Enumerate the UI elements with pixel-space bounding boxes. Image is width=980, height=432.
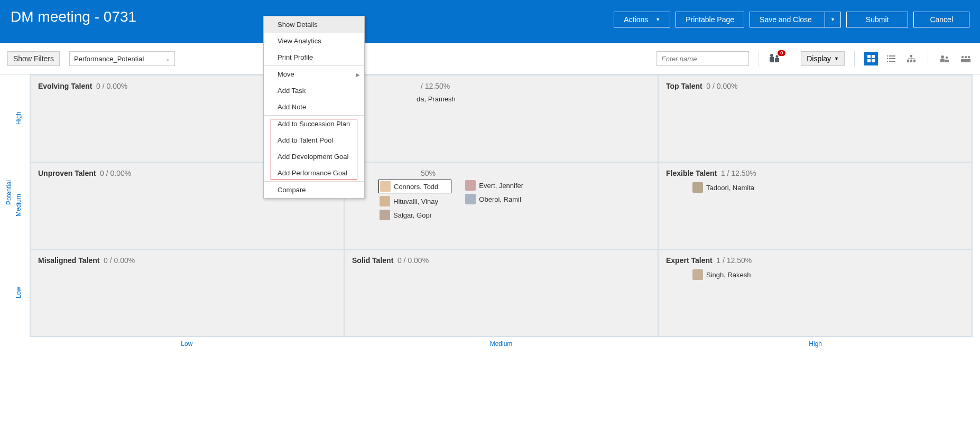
- svg-point-3: [776, 55, 779, 58]
- avatar: [692, 269, 703, 280]
- chevron-down-icon: ⌄: [165, 55, 170, 62]
- person-name: Connors, Todd: [394, 183, 438, 191]
- header-buttons: Actions ▼ Printable Page Save and Close …: [614, 12, 969, 27]
- grid-view-icon[interactable]: [864, 52, 878, 65]
- svg-rect-6: [867, 59, 871, 62]
- person-name: Oberoi, Ramil: [479, 195, 521, 203]
- person-item[interactable]: da, Pramesh: [415, 95, 650, 104]
- svg-rect-14: [910, 55, 912, 57]
- person-name: Evert, Jennifer: [479, 182, 523, 190]
- person-item[interactable]: Evert, Jennifer: [464, 180, 524, 191]
- person-item[interactable]: Singh, Rakesh: [691, 269, 964, 280]
- actions-button[interactable]: Actions ▼: [614, 12, 670, 27]
- person-item[interactable]: Tadoori, Namita: [691, 182, 964, 193]
- cell-stats: / 12.50%: [421, 82, 450, 90]
- cell-stats: 50%: [421, 169, 436, 177]
- separator: [854, 51, 855, 67]
- population-icon[interactable]: 0: [769, 53, 781, 64]
- cell-title: Flexible Talent: [666, 169, 717, 177]
- person-name: da, Pramesh: [417, 95, 456, 103]
- cell-stats: 0 / 0.00%: [706, 82, 737, 90]
- person-name: Hituvalli, Vinay: [393, 198, 438, 205]
- display-label: Display: [807, 54, 831, 63]
- cell-stats: 0 / 0.00%: [100, 169, 131, 177]
- x-axis: Low Medium High: [0, 337, 980, 348]
- toolbar: Show Filters Performance_Potential ⌄ 0 D…: [0, 43, 980, 74]
- save-and-close-button[interactable]: Save and Close ▼: [750, 12, 841, 27]
- svg-rect-7: [872, 59, 875, 62]
- person-item[interactable]: Hituvalli, Vinay: [378, 195, 451, 207]
- svg-rect-25: [961, 59, 964, 62]
- menu-print-profile[interactable]: Print Profile: [264, 49, 364, 65]
- avatar: [465, 180, 476, 191]
- submit-button[interactable]: Submit: [846, 12, 909, 27]
- cell-top-talent[interactable]: Top Talent 0 / 0.00%: [658, 75, 972, 162]
- menu-add-note[interactable]: Add Note: [264, 99, 364, 115]
- cancel-button[interactable]: Cancel: [913, 12, 969, 27]
- avatar: [380, 181, 391, 192]
- cell-stats: 0 / 0.00%: [104, 256, 135, 265]
- separator: [791, 51, 791, 67]
- person-name: Tadoori, Namita: [706, 184, 754, 192]
- cell-emerging-talent[interactable]: / 12.50% da, Pramesh: [344, 75, 658, 162]
- menu-move[interactable]: Move ▶: [264, 66, 364, 82]
- svg-point-23: [965, 56, 967, 58]
- page-title: DM meeting - 0731: [11, 8, 136, 25]
- svg-point-24: [968, 56, 970, 58]
- cell-core-talent[interactable]: 50% Connors, Todd Hituvalli, Vinay Salga…: [344, 162, 658, 249]
- cell-title: Expert Talent: [666, 256, 713, 265]
- svg-rect-15: [907, 60, 909, 62]
- search-input[interactable]: [657, 51, 749, 66]
- menu-add-perf-goal[interactable]: Add Performance Goal: [264, 165, 364, 181]
- y-axis: Potential High Medium Low: [7, 74, 30, 337]
- three-people-icon[interactable]: [959, 52, 973, 65]
- save-split-dropdown[interactable]: ▼: [825, 12, 840, 27]
- person-item-selected[interactable]: Connors, Todd: [378, 180, 451, 193]
- show-filters-button[interactable]: Show Filters: [7, 51, 60, 66]
- svg-rect-16: [910, 60, 912, 62]
- svg-rect-26: [964, 59, 967, 62]
- menu-add-task[interactable]: Add Task: [264, 82, 364, 99]
- cell-flexible-talent[interactable]: Flexible Talent 1 / 12.50% Tadoori, Nami…: [658, 162, 972, 249]
- person-name: Singh, Rakesh: [706, 271, 751, 279]
- person-item[interactable]: Oberoi, Ramil: [464, 193, 524, 205]
- person-group-icon[interactable]: [938, 52, 951, 65]
- svg-rect-8: [887, 55, 888, 57]
- avatar: [465, 194, 476, 204]
- cell-title: Unproven Talent: [38, 169, 96, 177]
- svg-rect-27: [967, 59, 970, 62]
- cell-stats: 1 / 12.50%: [721, 169, 756, 177]
- svg-point-20: [946, 57, 948, 59]
- menu-view-analytics[interactable]: View Analytics: [264, 33, 364, 49]
- cell-misaligned-talent[interactable]: Misaligned Talent 0 / 0.00%: [30, 249, 344, 336]
- list-view-icon[interactable]: [884, 52, 898, 65]
- nine-box-grid: Potential High Medium Low Evolving Talen…: [0, 74, 980, 337]
- y-label-low: Low: [7, 249, 30, 336]
- cell-solid-talent[interactable]: Solid Talent 0 / 0.00%: [344, 249, 658, 336]
- cell-expert-talent[interactable]: Expert Talent 1 / 12.50% Singh, Rakesh: [658, 249, 972, 336]
- view-mode-icons: [864, 52, 918, 65]
- person-item[interactable]: Salgar, Gopi: [378, 209, 451, 221]
- menu-show-details[interactable]: Show Details: [264, 16, 364, 33]
- matrix-select[interactable]: Performance_Potential ⌄: [69, 51, 175, 66]
- svg-rect-10: [887, 58, 888, 59]
- cell-title: Evolving Talent: [38, 82, 92, 90]
- y-label-high: High: [7, 74, 30, 162]
- menu-add-dev-goal[interactable]: Add Development Goal: [264, 148, 364, 165]
- actions-label: Actions: [624, 15, 648, 24]
- menu-move-label: Move: [278, 70, 294, 78]
- avatar: [380, 196, 390, 206]
- menu-add-succession-plan[interactable]: Add to Succession Plan: [264, 116, 364, 132]
- menu-add-talent-pool[interactable]: Add to Talent Pool: [264, 132, 364, 148]
- cell-stats: 1 / 12.50%: [716, 256, 752, 265]
- separator: [928, 51, 928, 67]
- hierarchy-view-icon[interactable]: [904, 52, 918, 65]
- menu-compare[interactable]: Compare: [264, 182, 364, 198]
- svg-rect-9: [889, 55, 895, 57]
- cell-title: Solid Talent: [352, 256, 393, 265]
- cell-title: Misaligned Talent: [38, 256, 99, 265]
- separator: [759, 51, 759, 67]
- cell-stats: 0 / 0.00%: [397, 256, 429, 265]
- printable-page-button[interactable]: Printable Page: [676, 12, 744, 27]
- display-button[interactable]: Display ▼: [801, 51, 845, 66]
